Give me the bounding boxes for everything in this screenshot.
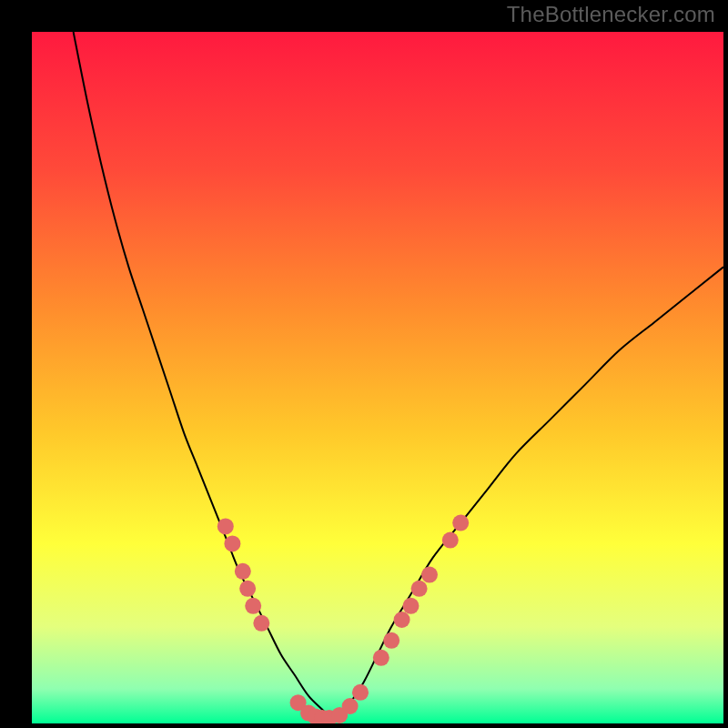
data-marker [383, 632, 399, 649]
data-marker [253, 615, 269, 632]
data-marker [373, 650, 389, 666]
data-marker [342, 698, 359, 714]
data-marker [235, 563, 251, 580]
data-marker [224, 535, 240, 551]
data-marker [245, 598, 261, 614]
data-marker [452, 515, 469, 531]
data-marker [217, 518, 234, 534]
chart-root: TheBottlenecker.com [0, 0, 728, 728]
data-marker [352, 684, 369, 701]
data-marker [394, 612, 410, 628]
data-marker [442, 532, 459, 549]
data-marker [411, 581, 428, 597]
bottleneck-plot [32, 32, 723, 723]
data-marker [402, 598, 419, 614]
data-marker [421, 567, 438, 583]
watermark-text: TheBottlenecker.com [507, 2, 715, 27]
data-marker [239, 581, 256, 597]
gradient-background [32, 32, 723, 723]
